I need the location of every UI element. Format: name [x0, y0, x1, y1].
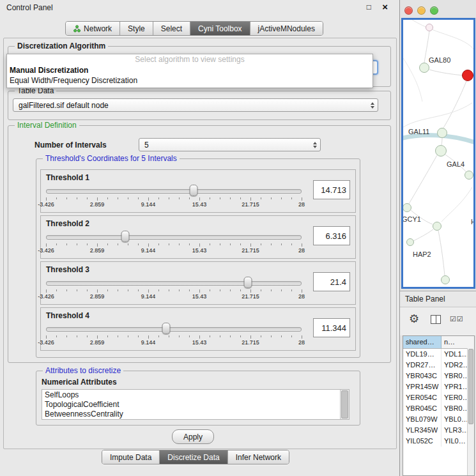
slider-track[interactable] — [46, 281, 302, 286]
tab-jactivemnodules[interactable]: jActiveMNodules — [250, 22, 323, 35]
tick-mark — [189, 197, 190, 199]
table-row[interactable]: YER054CYER0… — [403, 392, 474, 403]
list-item[interactable]: TopologicalCoefficient — [45, 400, 340, 410]
column-header[interactable]: shared… — [403, 336, 441, 348]
table-cell[interactable]: YBL079W — [403, 414, 441, 425]
table-row[interactable]: YBR043CYBR0… — [403, 371, 474, 381]
network-node[interactable] — [419, 63, 429, 73]
mac-window-controls — [404, 6, 438, 15]
float-window-icon[interactable]: □ — [367, 3, 371, 12]
list-item[interactable]: SelfLoops — [45, 390, 340, 400]
table-cell[interactable]: YBR043C — [403, 371, 441, 381]
num-intervals-combo[interactable]: 5 — [139, 138, 321, 151]
network-node[interactable] — [403, 203, 411, 212]
table-cell[interactable]: YER054C — [403, 392, 441, 403]
mac-zoom-button[interactable] — [430, 6, 438, 15]
spinner-icon[interactable] — [371, 102, 374, 109]
table-cell[interactable]: YDR27… — [403, 360, 441, 371]
table-header-row: shared…n… — [403, 336, 474, 349]
slider-thumb[interactable] — [121, 231, 129, 242]
network-node[interactable] — [435, 145, 447, 157]
columns-icon[interactable] — [431, 315, 441, 324]
tab-discretize-data[interactable]: Discretize Data — [159, 450, 227, 464]
table-row[interactable]: YLR345WYLR3… — [403, 425, 474, 436]
tick-mark — [56, 197, 57, 199]
tick-mark — [199, 243, 200, 247]
table-scrollbar[interactable] — [467, 348, 474, 475]
table-row[interactable]: YDR27…YDR2… — [403, 360, 474, 371]
network-node[interactable] — [441, 275, 450, 284]
table-cell[interactable]: YDL19… — [403, 349, 441, 360]
tick-mark — [220, 289, 220, 291]
network-node[interactable] — [464, 171, 473, 180]
table-row[interactable]: YBR045CYBR0… — [403, 403, 474, 414]
table-cell[interactable]: YLR345W — [403, 425, 441, 436]
slider-track[interactable] — [46, 189, 302, 194]
threshold-value-field[interactable]: 21.4 — [313, 272, 350, 291]
tick-mark — [220, 197, 220, 199]
table-row[interactable]: YPR145WYPR1… — [403, 381, 474, 392]
gear-icon[interactable]: ⚙ — [409, 312, 419, 326]
tick-mark — [138, 289, 139, 291]
slider-thumb[interactable] — [243, 277, 252, 288]
tick-mark — [77, 197, 77, 199]
tick-mark — [128, 243, 128, 245]
network-node[interactable] — [433, 222, 441, 231]
tick-mark — [281, 197, 282, 199]
tick-mark — [107, 243, 108, 245]
tab-cyni-toolbox[interactable]: Cyni Toolbox — [190, 22, 249, 35]
tick-mark — [220, 335, 220, 337]
tick-mark — [87, 289, 88, 291]
threshold-slider[interactable] — [46, 185, 302, 196]
tab-style[interactable]: Style — [119, 22, 153, 35]
threshold-slider[interactable] — [46, 231, 302, 242]
list-item[interactable]: BetweennessCentrality — [45, 410, 340, 419]
dropdown-option-equal-width-frequency-discretization[interactable]: Equal Width/Frequency Discretization — [7, 75, 372, 86]
tab-select[interactable]: Select — [153, 22, 190, 35]
table-row[interactable]: YBL079WYBL0… — [403, 414, 474, 425]
checkboxes-icon[interactable]: ☑☑ — [450, 315, 464, 323]
table-cell[interactable]: YPR145W — [403, 381, 441, 392]
num-intervals-label: Number of Intervals — [35, 141, 107, 150]
tab-infer-network[interactable]: Infer Network — [227, 450, 289, 464]
threshold-panel: Threshold 2-3.4262.8599.14415.4321.71528… — [40, 215, 356, 259]
node-label: GAL80 — [429, 56, 450, 64]
mac-minimize-button[interactable] — [417, 6, 426, 15]
right-pane: GAL80GAL11GAL4GCY1HAP2H Table Panel ⚙ ☑☑… — [399, 0, 476, 476]
dropdown-option-manual-discretization[interactable]: Manual Discretization — [7, 65, 372, 75]
table-cell[interactable]: YBR045C — [403, 403, 441, 414]
apply-button[interactable]: Apply — [172, 429, 214, 444]
slider-track[interactable] — [46, 327, 302, 332]
slider-thumb[interactable] — [189, 185, 197, 196]
network-node[interactable] — [406, 238, 414, 246]
threshold-slider[interactable] — [46, 277, 302, 288]
table-cell[interactable]: YIL052C — [403, 436, 441, 447]
tab-impute-data[interactable]: Impute Data — [102, 450, 159, 464]
table-data-combo[interactable]: galFiltered.sif default node — [13, 98, 378, 112]
scale-label: 15.43 — [192, 339, 207, 346]
tick-mark — [77, 289, 77, 291]
network-node[interactable] — [462, 70, 473, 81]
threshold-slider[interactable] — [46, 323, 302, 334]
network-node[interactable] — [437, 128, 447, 138]
tick-mark — [302, 289, 302, 293]
tick-mark — [189, 335, 190, 337]
spinner-icon[interactable] — [313, 142, 317, 148]
table-row[interactable]: YIL052CYIL0… — [403, 436, 474, 447]
attributes-scrollbar[interactable] — [340, 390, 349, 419]
network-canvas[interactable]: GAL80GAL11GAL4GCY1HAP2H — [401, 18, 475, 289]
scale-label: 21.715 — [242, 247, 259, 254]
slider-track[interactable] — [46, 235, 302, 240]
slider-thumb[interactable] — [162, 323, 170, 334]
threshold-value-field[interactable]: 14.713 — [313, 180, 350, 199]
table-row[interactable]: YDL19…YDL1… — [403, 349, 474, 360]
tick-mark — [250, 335, 251, 339]
mac-close-button[interactable] — [404, 6, 413, 15]
column-header[interactable]: n… — [441, 336, 474, 348]
close-icon[interactable]: × — [382, 1, 388, 12]
threshold-value-field[interactable]: 11.344 — [313, 318, 350, 337]
tab-network[interactable]: Network — [66, 22, 119, 35]
network-node[interactable] — [426, 24, 433, 31]
tick-mark — [138, 243, 139, 245]
threshold-value-field[interactable]: 6.316 — [313, 226, 350, 245]
